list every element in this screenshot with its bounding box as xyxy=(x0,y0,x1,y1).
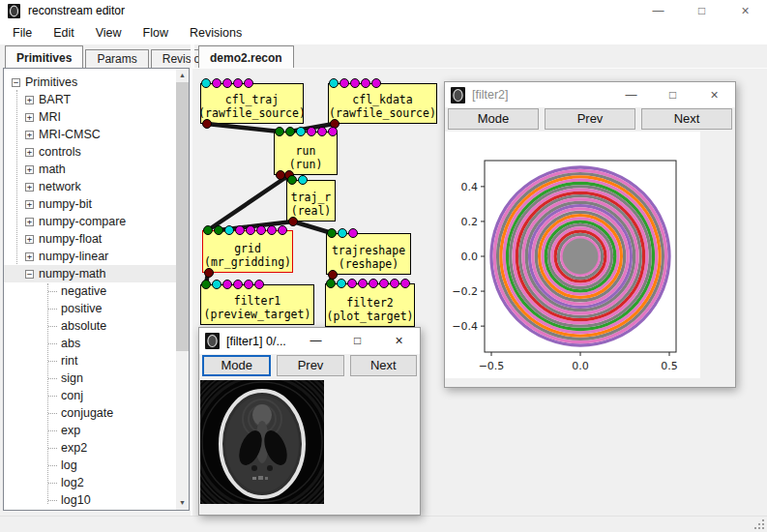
expand-toggle-icon[interactable]: + xyxy=(25,200,34,209)
input-port-magenta[interactable] xyxy=(246,225,255,235)
input-port-cyan[interactable] xyxy=(338,228,347,238)
graph-node-cfl_kdata[interactable]: cfl_kdata(rawfile_source) xyxy=(328,83,437,124)
menu-item-revisions[interactable]: Revisions xyxy=(179,23,252,43)
resize-grip-icon[interactable] xyxy=(753,518,765,530)
tab-primitives[interactable]: Primitives xyxy=(5,45,83,68)
tree-item-numpy-float[interactable]: +numpy-float xyxy=(4,230,176,248)
next-button[interactable]: Next xyxy=(350,355,417,376)
close-icon[interactable]: × xyxy=(723,0,767,21)
expand-toggle-icon[interactable]: + xyxy=(25,165,34,174)
input-port-magenta[interactable] xyxy=(278,225,287,235)
filter1-titlebar[interactable]: [filter1] 0/... — □ × xyxy=(199,328,420,354)
maximize-icon[interactable]: □ xyxy=(337,328,378,354)
minimize-icon[interactable]: — xyxy=(636,0,680,21)
expand-toggle-icon[interactable]: + xyxy=(25,218,34,226)
menu-item-file[interactable]: File xyxy=(2,23,43,43)
tree-item-controls[interactable]: +controls xyxy=(4,143,176,161)
input-port-magenta[interactable] xyxy=(222,78,232,88)
input-port-magenta[interactable] xyxy=(400,279,410,288)
tree-item-negative[interactable]: negative xyxy=(4,282,176,300)
collapse-toggle-icon[interactable]: − xyxy=(12,78,20,87)
expand-toggle-icon[interactable]: + xyxy=(25,235,34,244)
maximize-icon[interactable]: □ xyxy=(652,82,693,107)
tree-item-network[interactable]: +network xyxy=(4,178,176,195)
input-port-magenta[interactable] xyxy=(339,78,349,88)
graph-node-filter1[interactable]: filter1(preview_target) xyxy=(200,284,314,325)
tree-item-numpy-linear[interactable]: +numpy-linear xyxy=(4,248,176,265)
scrollbar-thumb[interactable] xyxy=(176,82,189,351)
tree-item-numpy-math[interactable]: −numpy-math xyxy=(4,265,176,282)
tree-item-absolute[interactable]: absolute xyxy=(4,317,176,335)
tree-item-conjugate[interactable]: conjugate xyxy=(4,404,176,422)
input-port-cyan[interactable] xyxy=(201,78,211,88)
input-port-magenta[interactable] xyxy=(233,280,243,289)
tree-item-exp[interactable]: exp xyxy=(4,422,176,439)
graph-node-cfl_traj[interactable]: cfl_traj(rawfile_source) xyxy=(200,83,304,124)
input-port-green[interactable] xyxy=(326,279,336,288)
graph-node-traj_r[interactable]: traj_r(real) xyxy=(286,180,336,222)
tree-item-positive[interactable]: positive xyxy=(4,300,176,317)
input-port-magenta[interactable] xyxy=(369,279,378,288)
prev-button[interactable]: Prev xyxy=(277,355,343,376)
input-port-cyan[interactable] xyxy=(296,127,306,136)
tree-item-log10[interactable]: log10 xyxy=(4,491,176,509)
graph-node-filter2[interactable]: filter2(plot_target) xyxy=(325,283,415,327)
next-button[interactable]: Next xyxy=(641,108,732,130)
input-port-magenta[interactable] xyxy=(379,279,389,288)
tree-item-exp2[interactable]: exp2 xyxy=(4,439,176,457)
output-port[interactable] xyxy=(202,119,212,129)
tree-item-conj[interactable]: conj xyxy=(4,387,176,404)
menu-item-view[interactable]: View xyxy=(85,23,133,43)
graph-node-trajreshape[interactable]: trajreshape(reshape) xyxy=(326,233,411,275)
tree-item-rint[interactable]: rint xyxy=(4,352,176,369)
maximize-icon[interactable]: □ xyxy=(680,0,723,21)
tree-item-BART[interactable]: +BART xyxy=(4,91,176,108)
expand-toggle-icon[interactable]: + xyxy=(25,131,34,139)
expand-toggle-icon[interactable]: + xyxy=(25,113,34,122)
tab-demo2-recon[interactable]: demo2.recon xyxy=(198,45,294,68)
input-port-magenta[interactable] xyxy=(212,78,221,88)
input-port-magenta[interactable] xyxy=(222,280,232,289)
input-port-green[interactable] xyxy=(201,280,211,289)
minimize-icon[interactable]: — xyxy=(295,328,337,354)
graph-node-run[interactable]: run(run) xyxy=(274,132,338,175)
tree-item-numpy-bit[interactable]: +numpy-bit xyxy=(4,195,176,213)
close-icon[interactable]: × xyxy=(378,328,420,354)
tree-item-numpy-compare[interactable]: +numpy-compare xyxy=(4,213,176,230)
input-port-green[interactable] xyxy=(203,225,213,235)
graph-node-grid[interactable]: grid(mr_gridding) xyxy=(202,230,293,273)
input-port-magenta[interactable] xyxy=(350,78,360,88)
input-port-green[interactable] xyxy=(275,127,284,136)
tree-item-log[interactable]: log xyxy=(4,457,176,474)
input-port-cyan[interactable] xyxy=(337,279,346,288)
mode-button[interactable]: Mode xyxy=(202,355,271,376)
tab-params[interactable]: Params xyxy=(85,49,148,68)
input-port-magenta[interactable] xyxy=(244,78,253,88)
scroll-up-icon[interactable]: ▲ xyxy=(176,69,189,82)
tree-item-sign[interactable]: sign xyxy=(4,369,176,387)
tree-item-MRI-CMSC[interactable]: +MRI-CMSC xyxy=(4,126,176,143)
expand-toggle-icon[interactable]: + xyxy=(25,148,34,157)
input-port-magenta[interactable] xyxy=(307,127,316,136)
expand-toggle-icon[interactable]: + xyxy=(25,183,34,192)
tree-item-Primitives[interactable]: −Primitives xyxy=(4,74,176,91)
expand-toggle-icon[interactable]: + xyxy=(25,252,34,261)
input-port-magenta[interactable] xyxy=(361,78,370,88)
input-port-green[interactable] xyxy=(285,127,295,136)
menu-item-flow[interactable]: Flow xyxy=(133,23,179,43)
input-port-magenta[interactable] xyxy=(267,225,277,235)
input-port-magenta[interactable] xyxy=(347,279,357,288)
input-port-magenta[interactable] xyxy=(233,78,243,88)
input-port-cyan[interactable] xyxy=(212,280,221,289)
tree-item-abs[interactable]: abs xyxy=(4,335,176,352)
output-port[interactable] xyxy=(204,268,214,278)
input-port-magenta[interactable] xyxy=(348,228,358,238)
scroll-down-icon[interactable]: ▼ xyxy=(176,496,189,510)
input-port-magenta[interactable] xyxy=(371,78,381,88)
close-icon[interactable]: × xyxy=(693,82,735,107)
input-port-magenta[interactable] xyxy=(256,225,266,235)
input-port-magenta[interactable] xyxy=(358,279,368,288)
input-port-magenta[interactable] xyxy=(317,127,327,136)
menu-item-edit[interactable]: Edit xyxy=(43,23,85,43)
input-port-magenta[interactable] xyxy=(254,280,264,289)
